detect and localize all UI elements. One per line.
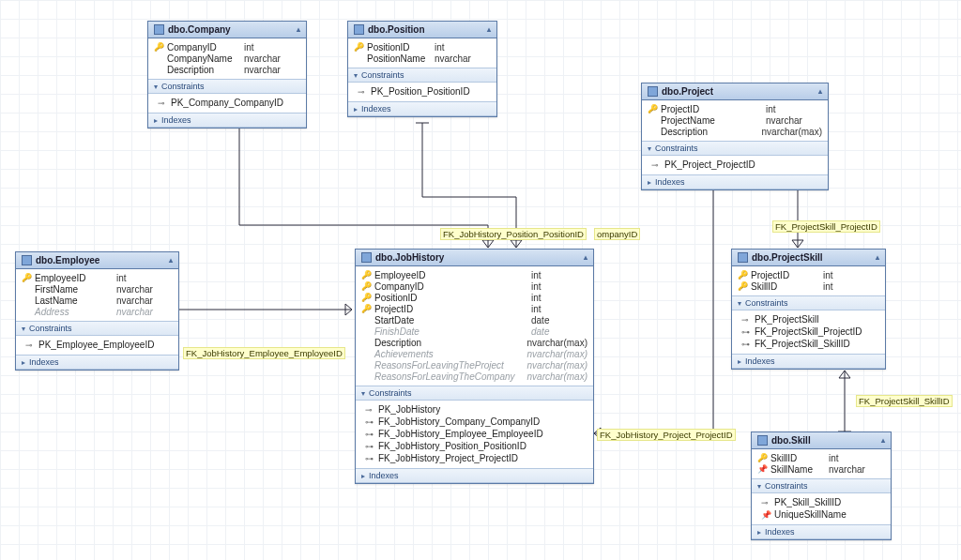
column-row[interactable]: 🔑PositionIDint bbox=[352, 41, 493, 53]
indexes-header[interactable]: ▸Indexes bbox=[732, 354, 885, 369]
collapse-icon[interactable]: ▴ bbox=[881, 436, 885, 445]
entity-header[interactable]: dbo.Company ▴ bbox=[148, 22, 306, 38]
column-name: CompanyID bbox=[167, 42, 240, 53]
column-row[interactable]: CompanyNamenvarchar bbox=[152, 53, 302, 64]
column-name: ProjectID bbox=[751, 270, 819, 280]
fk-label-jh-project: FK_JobHistory_Project_ProjectID bbox=[597, 429, 736, 441]
entity-header[interactable]: dbo.ProjectSkill ▴ bbox=[732, 250, 885, 266]
collapse-icon[interactable]: ▴ bbox=[876, 253, 879, 262]
constraint-row[interactable]: ⊸PK_JobHistory bbox=[359, 403, 589, 416]
column-type: nvarchar(max) bbox=[527, 360, 587, 371]
column-row[interactable]: Descriptionnvarchar bbox=[152, 64, 302, 75]
constraint-row[interactable]: 📌UniqueSkillName bbox=[755, 508, 887, 521]
collapse-icon[interactable]: ▴ bbox=[584, 253, 587, 262]
column-row[interactable]: ProjectNamenvarchar bbox=[646, 114, 824, 126]
column-type: nvarchar bbox=[829, 464, 885, 475]
column-row[interactable]: Descriptionnvarchar(max) bbox=[359, 337, 589, 348]
column-row[interactable]: LastNamenvarchar bbox=[20, 295, 175, 306]
indexes-header[interactable]: ▸Indexes bbox=[16, 355, 178, 370]
constraints-header[interactable]: ▾Constraints bbox=[356, 386, 593, 401]
constraint-row[interactable]: ⊶FK_ProjectSkill_SkillID bbox=[736, 338, 881, 350]
table-icon bbox=[738, 252, 748, 263]
constraints-header[interactable]: ▾Constraints bbox=[642, 141, 828, 156]
column-row[interactable]: Addressnvarchar bbox=[20, 306, 175, 317]
column-row[interactable]: 🔑ProjectIDint bbox=[736, 269, 881, 280]
collapse-icon[interactable]: ▴ bbox=[297, 25, 300, 34]
entity-jobhistory[interactable]: dbo.JobHistory ▴ 🔑EmployeeIDint🔑CompanyI… bbox=[355, 249, 594, 484]
constraint-row[interactable]: ⊶FK_JobHistory_Employee_EmployeeID bbox=[359, 428, 589, 440]
entity-header[interactable]: dbo.Skill ▴ bbox=[752, 432, 891, 449]
constraint-icon: ⊸ bbox=[358, 87, 367, 97]
column-type: date bbox=[531, 315, 587, 325]
constraints-header[interactable]: ▾Constraints bbox=[732, 295, 885, 310]
constraints-header[interactable]: ▾Constraints bbox=[752, 478, 891, 493]
constraint-row[interactable]: ⊶FK_ProjectSkill_ProjectID bbox=[736, 325, 881, 338]
column-type: int bbox=[531, 270, 587, 280]
column-icon: 🔑 bbox=[757, 453, 767, 462]
indexes-header[interactable]: ▸Indexes bbox=[148, 113, 306, 128]
constraint-row[interactable]: ⊶FK_JobHistory_Project_ProjectID bbox=[359, 452, 589, 464]
column-row[interactable]: 🔑CompanyIDint bbox=[152, 41, 302, 53]
column-row[interactable]: 🔑ProjectIDint bbox=[359, 303, 589, 314]
column-row[interactable]: Descriptionnvarchar(max) bbox=[646, 126, 824, 137]
indexes-header[interactable]: ▸Indexes bbox=[348, 101, 496, 116]
entity-header[interactable]: dbo.Employee ▴ bbox=[16, 252, 178, 269]
entity-skill[interactable]: dbo.Skill ▴ 🔑SkillIDint📌SkillNamenvarcha… bbox=[751, 431, 892, 540]
constraint-row[interactable]: ⊸PK_Project_ProjectID bbox=[646, 159, 824, 171]
collapse-icon[interactable]: ▴ bbox=[169, 256, 173, 265]
column-row[interactable]: 📌SkillNamenvarchar bbox=[755, 463, 887, 475]
entity-employee[interactable]: dbo.Employee ▴ 🔑EmployeeIDintFirstNamenv… bbox=[15, 251, 179, 371]
table-icon bbox=[22, 255, 32, 265]
column-icon: 🔑 bbox=[361, 304, 371, 313]
column-row[interactable]: ReasonsForLeavingTheProjectnvarchar(max) bbox=[359, 359, 589, 371]
constraint-row[interactable]: ⊶FK_JobHistory_Company_CompanyID bbox=[359, 416, 589, 428]
constraint-row[interactable]: ⊸PK_Position_PositionID bbox=[352, 85, 493, 98]
entity-project[interactable]: dbo.Project ▴ 🔑ProjectIDintProjectNamenv… bbox=[641, 83, 829, 190]
columns-section: 🔑ProjectIDintProjectNamenvarcharDescript… bbox=[642, 100, 828, 141]
entity-company[interactable]: dbo.Company ▴ 🔑CompanyIDintCompanyNamenv… bbox=[147, 21, 307, 129]
collapse-icon[interactable]: ▴ bbox=[487, 25, 491, 34]
entity-projectskill[interactable]: dbo.ProjectSkill ▴ 🔑ProjectIDint🔑SkillID… bbox=[731, 249, 886, 370]
entity-position[interactable]: dbo.Position ▴ 🔑PositionIDintPositionNam… bbox=[347, 21, 497, 117]
constraint-row[interactable]: ⊶FK_JobHistory_Position_PositionID bbox=[359, 440, 589, 452]
fk-label-ps-project: FK_ProjectSkill_ProjectID bbox=[772, 220, 880, 233]
constraint-row[interactable]: ⊸PK_Skill_SkillID bbox=[755, 496, 887, 508]
constraint-name: FK_JobHistory_Employee_EmployeeID bbox=[378, 429, 543, 439]
column-type: nvarchar bbox=[244, 53, 300, 64]
column-row[interactable]: ReasonsForLeavingTheCompanynvarchar(max) bbox=[359, 371, 589, 382]
column-row[interactable]: 🔑PositionIDint bbox=[359, 292, 589, 303]
column-row[interactable]: FirstNamenvarchar bbox=[20, 283, 175, 295]
column-row[interactable]: FinishDatedate bbox=[359, 325, 589, 337]
entity-header[interactable]: dbo.Position ▴ bbox=[348, 22, 496, 38]
column-row[interactable]: 🔑SkillIDint bbox=[736, 280, 881, 292]
column-row[interactable]: 🔑ProjectIDint bbox=[646, 103, 824, 114]
constraint-row[interactable]: ⊸PK_Company_CompanyID bbox=[152, 97, 302, 109]
constraint-row[interactable]: ⊸PK_ProjectSkill bbox=[736, 313, 881, 325]
column-row[interactable]: PositionNamenvarchar bbox=[352, 53, 493, 64]
indexes-header[interactable]: ▸Indexes bbox=[642, 174, 828, 189]
entity-title: dbo.JobHistory bbox=[375, 252, 444, 263]
column-row[interactable]: 🔑CompanyIDint bbox=[359, 280, 589, 292]
columns-section: 🔑EmployeeIDint🔑CompanyIDint🔑PositionIDin… bbox=[356, 266, 593, 386]
indexes-header[interactable]: ▸Indexes bbox=[752, 524, 891, 539]
column-row[interactable]: 🔑SkillIDint bbox=[755, 452, 887, 463]
constraints-header[interactable]: ▾Constraints bbox=[16, 321, 178, 336]
constraints-header[interactable]: ▾Constraints bbox=[148, 79, 306, 94]
column-name: PositionID bbox=[367, 42, 431, 53]
column-row[interactable]: 🔑EmployeeIDint bbox=[359, 269, 589, 280]
indexes-header[interactable]: ▸Indexes bbox=[356, 468, 593, 483]
constraints-list: ⊸PK_Position_PositionID bbox=[348, 83, 496, 101]
collapse-icon[interactable]: ▴ bbox=[818, 87, 822, 96]
entity-header[interactable]: dbo.JobHistory ▴ bbox=[356, 250, 593, 266]
constraint-name: FK_JobHistory_Company_CompanyID bbox=[378, 416, 540, 427]
column-row[interactable]: 🔑EmployeeIDint bbox=[20, 272, 175, 283]
column-icon: 🔑 bbox=[738, 270, 747, 280]
column-icon: 🔑 bbox=[361, 270, 371, 280]
column-name: ProjectName bbox=[661, 115, 762, 126]
column-row[interactable]: StartDatedate bbox=[359, 314, 589, 325]
column-type: int bbox=[531, 293, 587, 303]
constraint-row[interactable]: ⊸PK_Employee_EmployeeID bbox=[20, 339, 175, 351]
entity-header[interactable]: dbo.Project ▴ bbox=[642, 83, 828, 100]
column-row[interactable]: Achievementsnvarchar(max) bbox=[359, 348, 589, 359]
constraints-header[interactable]: ▾Constraints bbox=[348, 68, 496, 83]
